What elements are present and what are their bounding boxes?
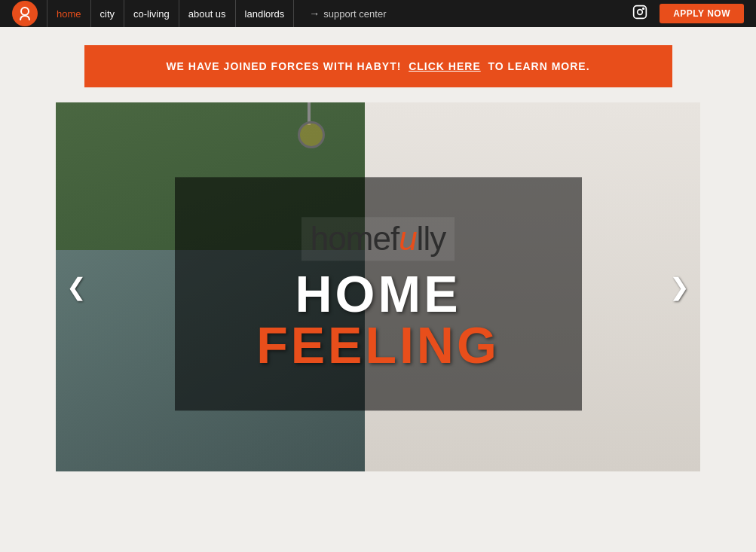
- instagram-icon[interactable]: [632, 5, 647, 23]
- ceiling-lamp: [294, 102, 324, 148]
- svg-point-0: [21, 8, 29, 15]
- banner-text: WE HAVE JOINED FORCES WITH HABYT! CLICK …: [96, 60, 660, 72]
- nav-right: APPLY NOW: [632, 4, 744, 23]
- announcement-banner: WE HAVE JOINED FORCES WITH HABYT! CLICK …: [84, 45, 672, 87]
- hero-slider: homefully HOME FEELING ❮ ❯: [56, 102, 700, 471]
- hero-image: homefully HOME FEELING: [56, 102, 700, 471]
- nav-link-city[interactable]: city: [91, 0, 125, 27]
- banner-link[interactable]: CLICK HERE: [409, 60, 481, 72]
- svg-rect-1: [634, 5, 647, 18]
- nav-links: home city co-living about us landlords →…: [47, 0, 632, 27]
- nav-link-co-living[interactable]: co-living: [124, 0, 179, 27]
- nav-support-center[interactable]: → support center: [309, 8, 386, 20]
- nav-link-home[interactable]: home: [47, 0, 91, 27]
- brand-name-text: homefully: [311, 220, 445, 257]
- hero-brand-logo: homefully: [301, 217, 455, 261]
- hero-next-button[interactable]: ❯: [662, 265, 697, 309]
- nav-link-landlords[interactable]: landlords: [236, 0, 295, 27]
- nav-link-about-us[interactable]: about us: [179, 0, 236, 27]
- svg-point-3: [643, 8, 644, 9]
- announcement-banner-wrapper: WE HAVE JOINED FORCES WITH HABYT! CLICK …: [0, 27, 756, 102]
- support-icon: →: [309, 8, 320, 20]
- hero-overlay-box: homefully HOME FEELING: [175, 177, 582, 410]
- hero-prev-button[interactable]: ❮: [59, 265, 94, 309]
- svg-point-2: [638, 9, 643, 14]
- navigation: home city co-living about us landlords →…: [0, 0, 756, 27]
- site-logo[interactable]: [12, 1, 38, 26]
- hero-title-home: HOME: [295, 268, 461, 319]
- hero-title-feeling: FEELING: [256, 319, 500, 371]
- apply-now-button[interactable]: APPLY NOW: [660, 4, 744, 23]
